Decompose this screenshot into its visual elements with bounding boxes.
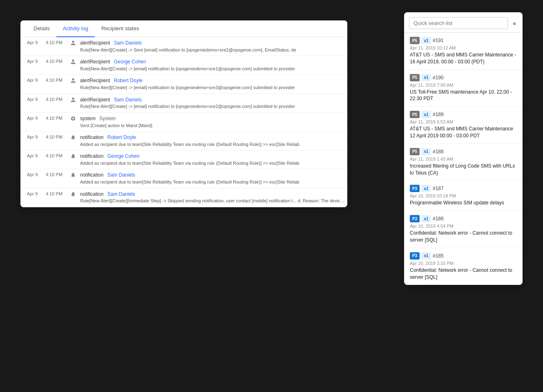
log-time: 4:10 PM bbox=[46, 40, 67, 45]
log-content: alertRecipient George Cohen Rule[New Ale… bbox=[80, 58, 341, 72]
item-title: Confidential: Network error - Cannot con… bbox=[410, 230, 517, 244]
log-row: Apr 9 4:10 PM notification George Cohen … bbox=[20, 150, 347, 169]
log-message: Rule[New Alert][Create] -> [email] notif… bbox=[80, 103, 341, 110]
log-date: Apr 9 bbox=[27, 77, 42, 83]
log-message: Rule[New Alert][Create][Immediate Step] … bbox=[80, 198, 346, 204]
log-type: notification bbox=[80, 191, 103, 197]
log-content: alertRecipient Sam Daniels Rule[New Aler… bbox=[80, 40, 341, 53]
bell-icon bbox=[70, 134, 78, 141]
log-message: Added as recipient due to team[Site Reli… bbox=[80, 179, 341, 185]
log-row: Apr 9 4:10 PM alertRecipient Sam Daniels… bbox=[20, 37, 347, 56]
log-row: Apr 9 4:10 PM notification Sam Daniels A… bbox=[20, 169, 347, 188]
priority-badge: P3 bbox=[410, 185, 420, 192]
priority-badge: P5 bbox=[410, 111, 420, 118]
log-date: Apr 9 bbox=[27, 134, 42, 139]
activity-log-panel: Details Activity log Recipient states Ap… bbox=[20, 20, 347, 207]
item-title: Confidential: Network error - Cannot con… bbox=[410, 267, 517, 281]
count-badge: x1 bbox=[421, 185, 431, 192]
log-time: 4:10 PM bbox=[46, 153, 67, 158]
search-list-item[interactable]: P5 x1 #188 Apr 11, 2019 1:43 AM Increase… bbox=[404, 144, 523, 181]
log-date: Apr 9 bbox=[27, 58, 42, 64]
search-list-item[interactable]: P5 x1 #189 Apr 11, 2019 5:53 AM AT&T US … bbox=[404, 107, 523, 144]
person-icon bbox=[70, 77, 78, 85]
log-content: notification Sam Daniels Rule[New Alert]… bbox=[80, 191, 346, 204]
item-number: #190 bbox=[433, 75, 444, 81]
search-list-item[interactable]: P5 x1 #191 Apr 11, 2019 10:12 AM AT&T US… bbox=[404, 33, 523, 70]
item-date: Apr 10, 2019 10:18 PM bbox=[410, 193, 517, 198]
log-content: notification Robert Doyle Added as recip… bbox=[80, 134, 341, 148]
tab-recipient-states[interactable]: Recipient states bbox=[95, 20, 146, 37]
log-type: alertRecipient bbox=[80, 59, 110, 65]
log-row: Apr 9 4:10 PM notification Robert Doyle … bbox=[20, 132, 347, 150]
item-number: #188 bbox=[433, 149, 444, 155]
search-list-item[interactable]: P3 x1 #185 Apr 10, 2019 2:15 PM Confiden… bbox=[404, 248, 523, 285]
count-badge: x1 bbox=[421, 74, 431, 81]
log-type: alertRecipient bbox=[80, 78, 110, 83]
priority-badge: P5 bbox=[410, 37, 420, 44]
count-badge: x1 bbox=[421, 252, 431, 260]
log-time: 4:10 PM bbox=[46, 58, 67, 64]
item-title: AT&T US - SMS and MMS Carrier Maintenanc… bbox=[410, 52, 517, 65]
tab-details[interactable]: Details bbox=[27, 20, 56, 37]
search-item-header: P5 x1 #188 bbox=[410, 148, 517, 155]
item-number: #187 bbox=[433, 186, 444, 191]
search-list-item[interactable]: P3 x1 #186 Apr 10, 2019 4:54 PM Confiden… bbox=[404, 211, 523, 248]
log-type: notification bbox=[80, 172, 103, 178]
search-list-item[interactable]: P3 x1 #187 Apr 10, 2019 10:18 PM Program… bbox=[404, 181, 523, 211]
search-item-header: P5 x1 #189 bbox=[410, 111, 517, 118]
log-user[interactable]: Sam Daniels bbox=[107, 191, 135, 197]
log-message: Rule[New Alert][Create] -> [email] notif… bbox=[80, 85, 341, 91]
item-title: AT&T US - SMS and MMS Carrier Maintenanc… bbox=[410, 125, 517, 139]
log-row: Apr 9 4:10 PM alertRecipient George Cohe… bbox=[20, 56, 347, 75]
search-item-header: P3 x1 #185 bbox=[410, 252, 517, 260]
search-item-header: P5 x1 #190 bbox=[410, 74, 517, 81]
person-icon bbox=[70, 96, 78, 104]
log-user[interactable]: Robert Doyle bbox=[107, 134, 136, 140]
item-number: #189 bbox=[433, 112, 444, 117]
gear-icon bbox=[70, 115, 78, 123]
search-header: « bbox=[404, 12, 523, 33]
bell-icon bbox=[70, 191, 78, 198]
log-user[interactable]: George Cohen bbox=[107, 153, 140, 159]
quick-search-panel: « P5 x1 #191 Apr 11, 2019 10:12 AM AT&T … bbox=[404, 12, 523, 285]
log-user[interactable]: Sam Daniels bbox=[114, 40, 142, 46]
log-type: alertRecipient bbox=[80, 40, 110, 46]
log-type: notification bbox=[80, 134, 103, 140]
search-list-item[interactable]: P5 x1 #190 Apr 11, 2019 7:00 AM US Toll-… bbox=[404, 70, 523, 107]
count-badge: x1 bbox=[421, 111, 431, 118]
log-time: 4:10 PM bbox=[46, 115, 67, 121]
count-badge: x1 bbox=[421, 37, 431, 44]
item-title: US Toll-Free SMS maintenance Apr 10, 22:… bbox=[410, 89, 517, 103]
log-type: notification bbox=[80, 153, 103, 159]
activity-log-table: Apr 9 4:10 PM alertRecipient Sam Daniels… bbox=[20, 37, 347, 207]
log-content: alertRecipient Robert Doyle Rule[New Ale… bbox=[80, 77, 341, 91]
search-item-header: P5 x1 #191 bbox=[410, 37, 517, 44]
item-date: Apr 11, 2019 7:00 AM bbox=[410, 83, 517, 87]
priority-badge: P5 bbox=[410, 74, 420, 81]
log-date: Apr 9 bbox=[27, 40, 42, 45]
item-title: Programmable Wireless SIM update delays bbox=[410, 199, 517, 206]
search-input[interactable] bbox=[409, 17, 508, 29]
log-row: Apr 9 4:10 PM system System Sent [Create… bbox=[20, 113, 347, 132]
count-badge: x1 bbox=[421, 215, 431, 222]
log-type: alertRecipient bbox=[80, 97, 110, 103]
log-user[interactable]: George Cohen bbox=[114, 59, 146, 65]
log-user[interactable]: Sam Daniels bbox=[114, 97, 142, 103]
log-user[interactable]: Sam Daniels bbox=[107, 172, 135, 178]
search-list: P5 x1 #191 Apr 11, 2019 10:12 AM AT&T US… bbox=[404, 33, 523, 285]
item-date: Apr 10, 2019 2:15 PM bbox=[410, 261, 517, 266]
log-user[interactable]: Robert Doyle bbox=[114, 78, 143, 83]
bell-icon bbox=[70, 172, 78, 179]
item-date: Apr 11, 2019 10:12 AM bbox=[410, 45, 517, 50]
tab-activity-log[interactable]: Activity log bbox=[56, 20, 95, 37]
priority-badge: P3 bbox=[410, 252, 420, 260]
search-item-header: P3 x1 #186 bbox=[410, 215, 517, 222]
item-date: Apr 11, 2019 5:53 AM bbox=[410, 119, 517, 124]
log-content: alertRecipient Sam Daniels Rule[New Aler… bbox=[80, 96, 341, 110]
bell-icon bbox=[70, 153, 78, 160]
log-type: system bbox=[80, 116, 96, 121]
collapse-button[interactable]: « bbox=[511, 18, 518, 28]
log-date: Apr 9 bbox=[27, 96, 42, 102]
log-message: Sent [Create] action to Marid [Marid] bbox=[80, 123, 341, 129]
log-row: Apr 9 4:10 PM alertRecipient Sam Daniels… bbox=[20, 94, 347, 113]
